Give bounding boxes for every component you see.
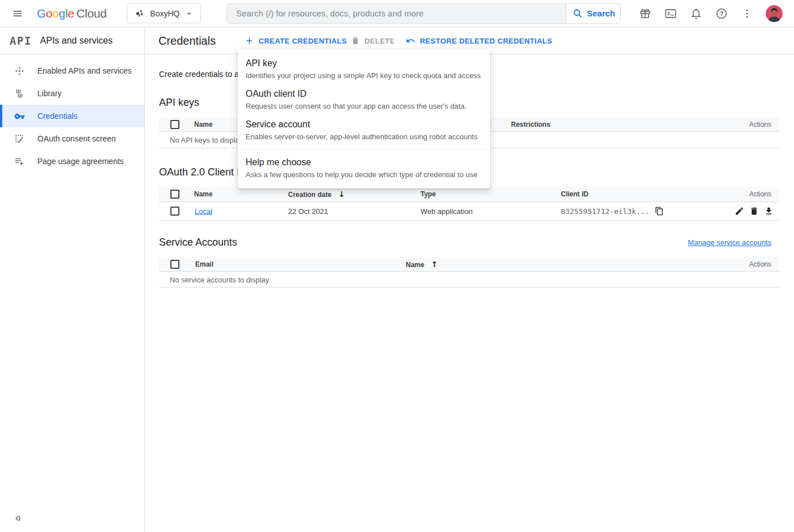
sidebar-nav: Enabled APIs and services Library Cre [0,59,144,173]
edit-pencil-icon[interactable] [735,207,744,216]
search-input[interactable] [227,4,566,23]
google-cloud-console: Google Cloud BoxyHQ Search [0,0,794,532]
project-selector[interactable]: BoxyHQ [127,3,201,23]
sidebar-item-label: OAuth consent screen [37,134,116,143]
service-accounts-table-header: Email Name↑ Actions [159,257,779,272]
oauth-clients-table: Name Creation date↓ Type Client ID Actio… [159,187,779,221]
column-header-name: Name [194,121,213,128]
menu-icon[interactable] [10,6,25,21]
help-icon[interactable]: ? [715,7,728,20]
menu-item-description: Identifies your project using a simple A… [246,71,481,80]
service-accounts-empty-row: No service accounts to display [159,272,779,288]
topbar-actions: ? [638,5,783,22]
sort-descending-icon[interactable]: ↓ [338,190,345,199]
oauth-table-header: Name Creation date↓ Type Client ID Actio… [159,187,779,202]
sidebar-item-enabled-apis[interactable]: Enabled APIs and services [0,59,144,82]
logo-cloud-text: Cloud [76,7,106,20]
cloud-shell-icon[interactable] [664,7,677,20]
gift-icon[interactable] [638,7,652,20]
delete-trash-icon[interactable] [749,207,759,216]
row-checkbox[interactable] [170,207,179,216]
client-id-text: 83255951712-eil3k... [561,207,650,216]
menu-item-api-key[interactable]: API key Identifies your project using a … [238,57,490,80]
sidebar-title: APIs and services [40,36,113,46]
search-bar: Search [226,3,621,24]
menu-item-title: Help me choose [246,157,481,168]
search-button[interactable]: Search [566,4,620,23]
sort-ascending-icon[interactable]: ↑ [431,260,438,269]
menu-item-description: Asks a few questions to help you decide … [246,170,481,179]
delete-button[interactable]: DELETE [351,36,395,45]
delete-label: DELETE [364,37,395,45]
key-icon [14,110,25,122]
api-product-icon: API [10,35,32,47]
menu-item-service-account[interactable]: Service account Enables server-to-server… [238,118,490,141]
sidebar: API APIs and services Enabled APIs and s… [0,28,145,532]
column-header-actions: Actions [749,121,771,128]
logo-letter: G [37,7,46,20]
sidebar-item-label: Library [37,89,62,98]
notifications-bell-icon[interactable] [689,7,703,20]
sidebar-item-oauth-consent[interactable]: OAuth consent screen [0,127,144,150]
oauth-client-id-value: 83255951712-eil3k... [561,207,664,216]
manage-service-accounts-link[interactable]: Manage service accounts [688,238,771,247]
copy-icon[interactable] [655,207,664,216]
menu-item-title: API key [246,58,481,68]
restore-label: RESTORE DELETED CREDENTIALS [420,37,552,45]
download-icon[interactable] [764,207,774,216]
menu-item-description: Enables server-to-server, app-level auth… [246,132,481,141]
service-accounts-empty-text: No service accounts to display [170,275,269,284]
project-name: BoxyHQ [150,9,179,18]
column-header-name[interactable]: Name [194,190,213,198]
create-credentials-menu: API key Identifies your project using a … [238,50,490,188]
create-credentials-label: CREATE CREDENTIALS [259,37,347,45]
search-button-label: Search [587,8,615,18]
sidebar-item-page-usage[interactable]: Page usage agreements [0,150,144,173]
sidebar-header: API APIs and services [0,28,144,54]
create-credentials-button[interactable]: CREATE CREDENTIALS [244,36,347,46]
sidebar-item-label: Credentials [37,111,78,121]
oauth-client-name-link[interactable]: Local [195,207,212,216]
sidebar-item-library[interactable]: Library [0,82,144,105]
sidebar-item-credentials[interactable]: Credentials [0,105,144,127]
column-header-creation-date[interactable]: Creation date↓ [288,190,345,199]
oauth-client-creation-date: 22 Oct 2021 [288,207,328,216]
agreements-icon [14,156,25,167]
menu-item-description: Requests user consent so that your app c… [246,102,481,110]
restore-deleted-credentials-button[interactable]: RESTORE DELETED CREDENTIALS [406,36,552,46]
search-icon [572,8,583,19]
menu-item-oauth-client-id[interactable]: OAuth client ID Requests user consent so… [238,88,490,110]
chevron-down-icon [184,9,194,18]
consent-screen-icon [14,133,25,144]
column-header-client-id: Client ID [561,190,589,198]
row-actions [735,207,774,216]
column-header-type: Type [420,190,436,198]
logo-letter: e [68,7,74,20]
menu-item-help-me-choose[interactable]: Help me choose Asks a few questions to h… [238,149,490,188]
more-options-icon[interactable] [740,7,754,20]
column-header-name[interactable]: Name↑ [406,260,437,269]
menu-item-title: Service account [246,119,481,130]
trash-icon [351,36,360,45]
collapse-sidebar-icon[interactable] [11,512,25,525]
column-header-restrictions: Restrictions [511,121,550,128]
logo-letter: o [52,7,58,20]
creation-date-label: Creation date [288,191,332,199]
sidebar-item-label: Enabled APIs and services [37,66,132,75]
plus-icon [244,36,254,46]
page-title: Credentials [158,35,216,48]
select-all-checkbox[interactable] [170,190,179,199]
logo-letter: g [59,7,65,20]
select-all-checkbox[interactable] [170,120,179,129]
library-icon [14,88,25,99]
project-icon [134,8,145,19]
avatar[interactable] [766,5,783,22]
column-header-actions: Actions [749,260,771,268]
api-keys-empty-text: No API keys to display [170,136,243,144]
select-all-checkbox[interactable] [170,260,179,269]
google-cloud-logo[interactable]: Google Cloud [37,7,106,20]
column-header-actions: Actions [749,190,771,198]
sidebar-item-label: Page usage agreements [37,157,124,166]
table-row: Local 22 Oct 2021 Web application 832559… [159,202,779,221]
api-keys-heading: API keys [159,97,199,109]
